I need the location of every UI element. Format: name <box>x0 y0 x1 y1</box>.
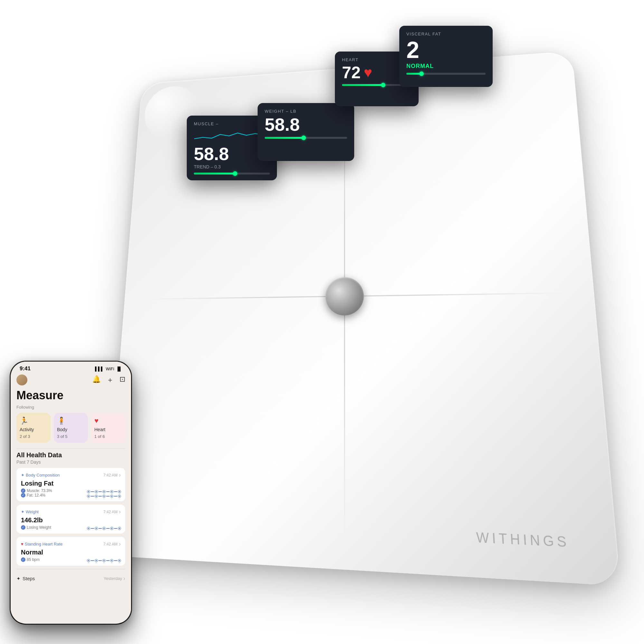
all-health-title: All Health Data <box>16 451 125 459</box>
signal-icon: ▌▌▌ <box>95 366 104 371</box>
weight-value: 146.2lb <box>21 516 87 524</box>
hr-cat-icon: ♥ <box>21 542 24 546</box>
divider-2 <box>16 569 125 569</box>
status-icons: ▌▌▌ WiFi ▐▌ <box>95 366 122 371</box>
hr-chevron <box>119 541 121 547</box>
dot <box>95 490 98 493</box>
health-row-hr-body: Normal ✓ 85 bpm <box>21 549 121 562</box>
phone-body: 9:41 ▌▌▌ WiFi ▐▌ 🔔 ＋ ⊡ <box>10 361 132 625</box>
scale: WITHINGS MUSCLE – 58.8 TREND – 0.3 WEIGH… <box>90 19 605 567</box>
visceral-card-value: 2 <box>406 38 486 62</box>
health-row-hr-header: ♥ Standing Heart Rate 7:42 AM <box>21 541 121 547</box>
hr-detail: ✓ 85 bpm <box>21 557 87 562</box>
weight-card: WEIGHT – LB 58.8 <box>258 103 354 161</box>
visceral-progress-track <box>406 73 486 75</box>
dot-line <box>114 491 117 492</box>
health-row-body-comp-header: ✦ Body Composition 7:42 AM <box>21 472 121 478</box>
visceral-card: VISCERAL FAT 2 NORMAL <box>399 26 493 87</box>
past-7-days: Past 7 Days <box>16 459 125 465</box>
heart-icon: ♥ <box>364 65 372 80</box>
trend-dots-2 <box>87 495 121 497</box>
status-time: 9:41 <box>20 365 31 372</box>
weight-progress-track <box>265 137 347 139</box>
health-row-body-comp-body: Losing Fat ✓ Muscle: 73.3% ✓ Fat: 12.4% <box>21 480 121 497</box>
dot <box>118 490 121 493</box>
dot <box>110 559 113 562</box>
body-label: Body <box>57 427 67 432</box>
health-row-weight[interactable]: ✦ Weight 7:42 AM 146.2lb ✓ <box>16 505 125 534</box>
dot <box>118 527 121 530</box>
weight-detail: ✓ Losing Weight <box>21 525 87 530</box>
body-comp-chevron <box>119 472 121 478</box>
body-comp-category: ✦ Body Composition <box>21 473 60 478</box>
steps-time: Yesterday <box>104 576 122 581</box>
body-icon: 🧍 <box>57 417 66 425</box>
trend-dots-1 <box>87 490 121 493</box>
phone-content: 🔔 ＋ ⊡ Measure Following 🏃 Activity 2 of … <box>11 373 131 622</box>
weight-card-label: WEIGHT – LB <box>265 109 347 114</box>
scale-knob <box>325 277 364 316</box>
avatar[interactable] <box>16 374 27 385</box>
check-icon: ✓ <box>21 488 25 493</box>
health-row-body-comp[interactable]: ✦ Body Composition 7:42 AM Losing Fat <box>16 468 125 501</box>
phone: 9:41 ▌▌▌ WiFi ▐▌ 🔔 ＋ ⊡ <box>10 361 132 625</box>
following-card-heart[interactable]: ♥ Heart 1 of 6 <box>91 413 125 443</box>
following-card-body[interactable]: 🧍 Body 3 of 5 <box>54 413 88 443</box>
dot <box>110 490 113 493</box>
plus-icon[interactable]: ＋ <box>107 375 114 385</box>
following-label: Following <box>16 405 125 410</box>
activity-icon: 🏃 <box>20 417 28 425</box>
health-row-weight-body: 146.2lb ✓ Losing Weight <box>21 516 121 530</box>
dot-line <box>106 491 109 492</box>
weight-progress-fill <box>265 137 304 139</box>
body-comp-fat: ✓ Fat: 12.4% <box>21 493 87 497</box>
visceral-card-label: VISCERAL FAT <box>406 32 486 36</box>
dot <box>110 527 113 530</box>
activity-label: Activity <box>20 427 34 432</box>
phone-top-icons: 🔔 ＋ ⊡ <box>16 373 125 389</box>
phone-screen: 9:41 ▌▌▌ WiFi ▐▌ 🔔 ＋ ⊡ <box>11 362 131 624</box>
health-row-hr-left: Normal ✓ 85 bpm <box>21 549 87 562</box>
page-title: Measure <box>16 389 125 402</box>
dot-line <box>99 496 102 497</box>
heart-follow-icon: ♥ <box>94 417 99 425</box>
body-comp-title: Losing Fat <box>21 480 87 487</box>
check-icon-4: ✓ <box>21 557 25 562</box>
following-cards: 🏃 Activity 2 of 3 🧍 Body 3 of 5 ♥ Heart … <box>16 413 125 443</box>
weight-cat-icon: ✦ <box>21 509 24 514</box>
hr-title: Normal <box>21 549 87 556</box>
dot <box>103 559 105 562</box>
wifi-icon: WiFi <box>106 366 114 371</box>
bell-icon[interactable]: 🔔 <box>92 375 101 385</box>
dot <box>87 527 90 530</box>
weight-category: ✦ Weight <box>21 509 39 514</box>
heart-progress-fill <box>342 84 384 86</box>
visceral-status: NORMAL <box>406 63 486 70</box>
dot-line <box>106 528 109 529</box>
following-card-activity[interactable]: 🏃 Activity 2 of 3 <box>16 413 51 443</box>
health-row-heart-rate[interactable]: ♥ Standing Heart Rate 7:42 AM Normal ✓ <box>16 537 125 566</box>
weight-card-value: 58.8 <box>265 116 347 134</box>
body-comp-trend <box>87 490 121 497</box>
check-icon-3: ✓ <box>21 525 25 530</box>
body-count: 3 of 5 <box>57 434 68 439</box>
health-row-weight-left: 146.2lb ✓ Losing Weight <box>21 516 87 530</box>
body-comp-icon: ✦ <box>21 473 24 478</box>
dot <box>95 495 98 497</box>
battery-icon: ▐▌ <box>116 366 122 371</box>
hr-trend-dots <box>87 559 121 562</box>
dot <box>110 495 113 497</box>
divider-1 <box>16 449 125 449</box>
dot-line <box>114 496 117 497</box>
steps-row[interactable]: ✦ Steps Yesterday <box>16 572 125 585</box>
dot-line <box>99 491 102 492</box>
muscle-progress-fill <box>194 173 236 175</box>
bookmark-icon[interactable]: ⊡ <box>119 375 125 385</box>
dot <box>103 490 105 493</box>
dot-line <box>114 528 117 529</box>
health-row-weight-header: ✦ Weight 7:42 AM <box>21 508 121 515</box>
status-bar: 9:41 ▌▌▌ WiFi ▐▌ <box>11 362 131 373</box>
dot-line <box>99 528 102 529</box>
steps-label: Steps <box>23 576 35 581</box>
weight-chevron <box>119 508 121 515</box>
